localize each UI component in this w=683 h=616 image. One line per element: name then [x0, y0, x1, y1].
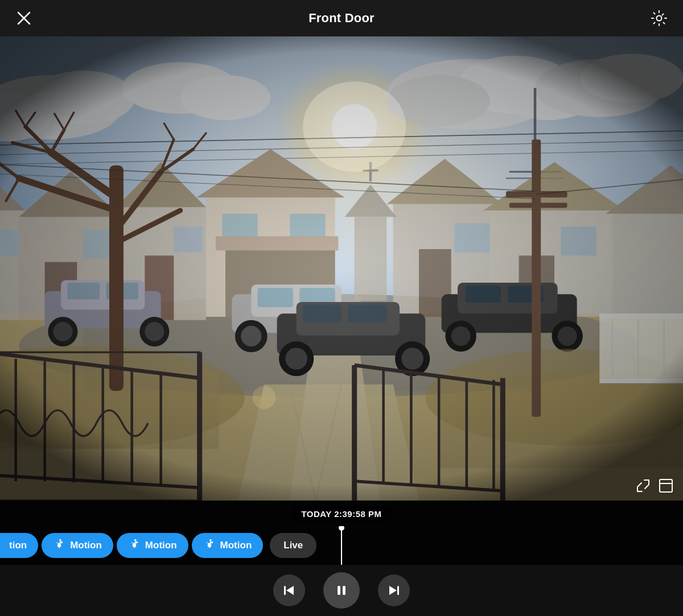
svg-point-159 — [209, 539, 212, 541]
motion-label-3: Motion — [220, 540, 252, 551]
app: Front Door — [0, 0, 683, 616]
settings-button[interactable] — [649, 8, 669, 28]
motion-partial-label: tion — [9, 540, 27, 551]
next-button[interactable] — [378, 574, 410, 606]
live-pill[interactable]: Live — [270, 533, 316, 558]
live-label: Live — [283, 540, 303, 551]
timestamp-label: TODAY 2:39:58 PM — [292, 506, 390, 522]
motion-label-2: Motion — [145, 540, 177, 551]
svg-marker-165 — [389, 586, 397, 595]
motion-pill-partial[interactable]: tion — [0, 533, 38, 558]
motion-label-1: Motion — [70, 540, 102, 551]
motion-run-icon-2 — [128, 539, 141, 553]
pause-button[interactable] — [323, 572, 360, 609]
svg-point-2 — [657, 16, 662, 21]
page-title: Front Door — [308, 11, 375, 26]
playhead — [341, 526, 342, 565]
motion-run-icon-1 — [53, 539, 65, 553]
svg-point-157 — [59, 539, 61, 541]
video-overlay-controls — [635, 478, 674, 494]
close-button[interactable] — [14, 8, 34, 28]
controls-bar — [0, 565, 683, 616]
svg-point-153 — [303, 81, 406, 172]
timeline-container[interactable]: tion Motion — [0, 526, 683, 565]
fullscreen-icon[interactable] — [658, 478, 674, 494]
svg-point-154 — [253, 386, 276, 409]
motion-pill-2[interactable]: Motion — [117, 533, 188, 558]
motion-pill-1[interactable]: Motion — [42, 533, 113, 558]
svg-rect-155 — [660, 479, 672, 492]
motion-pill-3[interactable]: Motion — [192, 533, 264, 558]
header: Front Door — [0, 0, 683, 36]
svg-rect-164 — [397, 586, 399, 595]
svg-rect-162 — [338, 586, 340, 595]
svg-rect-160 — [284, 586, 286, 595]
svg-marker-161 — [286, 586, 294, 595]
motion-run-icon-3 — [203, 539, 216, 553]
previous-button[interactable] — [273, 574, 305, 606]
svg-rect-163 — [343, 586, 345, 595]
video-area — [0, 36, 683, 501]
timestamp-bar: TODAY 2:39:58 PM tion — [0, 501, 683, 565]
expand-icon[interactable] — [635, 478, 651, 494]
svg-point-158 — [134, 539, 137, 541]
